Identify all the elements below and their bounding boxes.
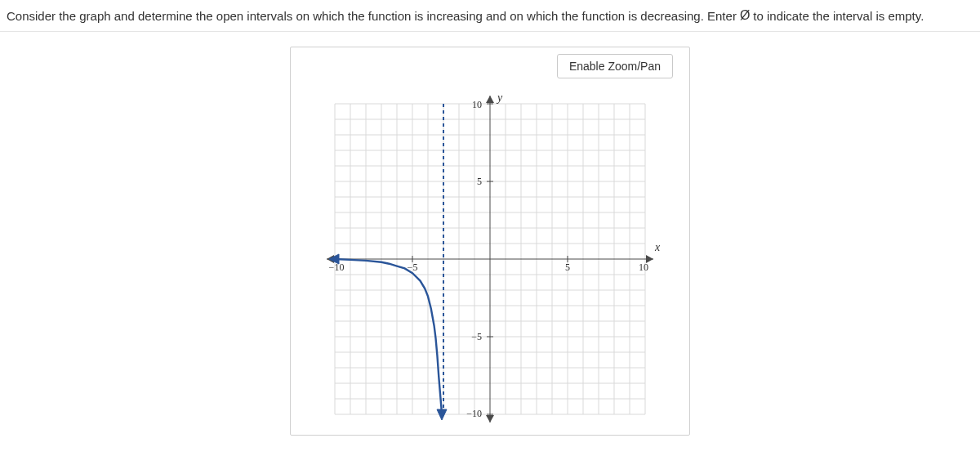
coordinate-plot[interactable]: −10 −5 5 10 10 5 −5 −10 x y — [314, 92, 666, 427]
question-text-part-a: Consider the graph and determine the ope… — [7, 9, 737, 23]
svg-marker-45 — [486, 415, 494, 423]
tick-y5: 5 — [477, 176, 482, 187]
svg-marker-44 — [486, 96, 494, 103]
question-text-part-b: to indicate the interval is empty. — [753, 9, 924, 23]
enable-zoom-button[interactable]: Enable Zoom/Pan — [557, 54, 673, 78]
tick-xneg10: −10 — [329, 262, 345, 273]
y-axis-label: y — [496, 92, 503, 104]
tick-y10: 10 — [472, 99, 482, 110]
axes — [327, 96, 653, 423]
x-axis-label: x — [654, 241, 661, 253]
tick-x5: 5 — [565, 262, 570, 273]
plot-container: −10 −5 5 10 10 5 −5 −10 x y — [299, 92, 681, 427]
tick-yneg5: −5 — [471, 331, 482, 342]
graph-panel: Enable Zoom/Pan — [290, 47, 690, 436]
question-text: Consider the graph and determine the ope… — [0, 0, 980, 32]
enable-zoom-label: Enable Zoom/Pan — [569, 60, 661, 73]
tick-yneg10: −10 — [466, 408, 482, 419]
empty-set-symbol: Ø — [740, 8, 750, 23]
tick-x10: 10 — [639, 262, 648, 273]
